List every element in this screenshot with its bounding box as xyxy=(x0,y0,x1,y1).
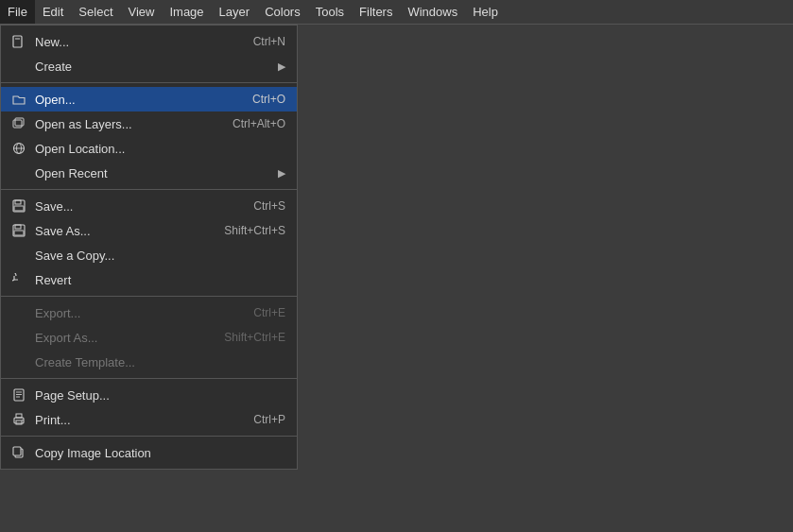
create-arrow-icon: ▶ xyxy=(278,60,285,73)
save-as-label: Save As... xyxy=(35,224,205,238)
page-setup-label: Page Setup... xyxy=(35,388,285,403)
menu-item-open-as-layers[interactable]: Open as Layers... Ctrl+Alt+O xyxy=(1,112,297,136)
open-layers-shortcut: Ctrl+Alt+O xyxy=(233,117,285,130)
open-shortcut: Ctrl+O xyxy=(252,93,285,106)
svg-rect-3 xyxy=(15,118,24,126)
menu-item-revert[interactable]: Revert xyxy=(1,267,297,292)
open-location-label: Open Location... xyxy=(35,142,285,156)
menubar-item-help[interactable]: Help xyxy=(465,0,506,24)
separator-1 xyxy=(1,82,297,83)
print-icon xyxy=(10,411,27,428)
menubar-item-windows[interactable]: Windows xyxy=(400,0,465,24)
menubar-item-filters[interactable]: Filters xyxy=(352,0,400,24)
svg-rect-11 xyxy=(15,225,21,229)
separator-4 xyxy=(1,378,297,379)
svg-rect-0 xyxy=(13,36,22,47)
svg-rect-18 xyxy=(16,414,22,418)
menubar-item-view[interactable]: View xyxy=(121,0,163,24)
menubar-item-file[interactable]: File xyxy=(0,0,35,24)
copy-image-location-label: Copy Image Location xyxy=(35,446,285,460)
save-icon xyxy=(10,197,27,215)
menubar-item-image[interactable]: Image xyxy=(162,0,211,24)
menu-item-create[interactable]: Create ▶ xyxy=(1,54,297,78)
export-as-label: Export As... xyxy=(35,331,205,345)
menu-item-export: Export... Ctrl+E xyxy=(1,300,297,325)
open-layers-icon xyxy=(10,115,27,132)
menu-item-new[interactable]: New... Ctrl+N xyxy=(1,29,297,54)
menu-item-copy-image-location[interactable]: Copy Image Location xyxy=(1,440,297,465)
save-shortcut: Ctrl+S xyxy=(253,199,285,213)
menubar-item-layer[interactable]: Layer xyxy=(212,0,258,24)
export-shortcut: Ctrl+E xyxy=(253,306,285,319)
save-copy-label: Save a Copy... xyxy=(35,249,285,263)
menubar-item-tools[interactable]: Tools xyxy=(308,0,352,24)
print-shortcut: Ctrl+P xyxy=(253,413,285,426)
new-shortcut: Ctrl+N xyxy=(253,35,285,48)
menu-item-print[interactable]: Print... Ctrl+P xyxy=(1,407,297,432)
separator-5 xyxy=(1,436,297,437)
save-label: Save... xyxy=(35,199,234,214)
create-label: Create xyxy=(35,60,278,74)
menu-item-page-setup[interactable]: Page Setup... xyxy=(1,383,297,407)
separator-2 xyxy=(1,189,297,190)
menubar-item-edit[interactable]: Edit xyxy=(35,0,71,24)
menu-item-open[interactable]: Open... Ctrl+O xyxy=(1,87,297,112)
new-file-icon xyxy=(10,33,27,50)
svg-rect-9 xyxy=(14,206,24,211)
menu-item-create-template: Create Template... xyxy=(1,350,297,374)
menu-item-save-as[interactable]: Save As... Shift+Ctrl+S xyxy=(1,218,297,243)
new-label: New... xyxy=(35,35,234,49)
svg-rect-12 xyxy=(14,231,24,235)
revert-icon xyxy=(10,271,27,288)
svg-rect-13 xyxy=(14,389,24,401)
export-label: Export... xyxy=(35,306,234,320)
page-setup-icon xyxy=(10,386,27,403)
copy-icon xyxy=(10,444,27,461)
revert-label: Revert xyxy=(35,273,285,287)
separator-3 xyxy=(1,296,297,297)
open-icon xyxy=(10,91,27,108)
open-location-icon xyxy=(10,140,27,157)
file-dropdown-menu: New... Ctrl+N Create ▶ Open... Ctrl+O Op… xyxy=(0,25,298,470)
save-as-icon xyxy=(10,222,27,239)
svg-point-20 xyxy=(22,420,23,420)
menu-item-open-location[interactable]: Open Location... xyxy=(1,136,297,161)
menu-item-save[interactable]: Save... Ctrl+S xyxy=(1,194,297,218)
open-label: Open... xyxy=(35,93,233,107)
open-layers-label: Open as Layers... xyxy=(35,117,214,131)
menubar-item-colors[interactable]: Colors xyxy=(257,0,308,24)
menubar-item-select[interactable]: Select xyxy=(71,0,120,24)
print-label: Print... xyxy=(35,413,234,427)
export-as-shortcut: Shift+Ctrl+E xyxy=(224,331,285,344)
svg-rect-8 xyxy=(15,200,21,204)
menubar: File Edit Select View Image Layer Colors… xyxy=(0,0,793,25)
open-recent-arrow-icon: ▶ xyxy=(278,167,285,180)
menu-item-export-as: Export As... Shift+Ctrl+E xyxy=(1,325,297,350)
menu-item-open-recent[interactable]: Open Recent ▶ xyxy=(1,161,297,185)
menu-item-save-copy[interactable]: Save a Copy... xyxy=(1,243,297,267)
svg-rect-2 xyxy=(13,120,22,128)
create-template-label: Create Template... xyxy=(35,355,285,369)
open-recent-label: Open Recent xyxy=(35,166,278,180)
svg-rect-22 xyxy=(13,447,21,455)
save-as-shortcut: Shift+Ctrl+S xyxy=(224,224,285,237)
